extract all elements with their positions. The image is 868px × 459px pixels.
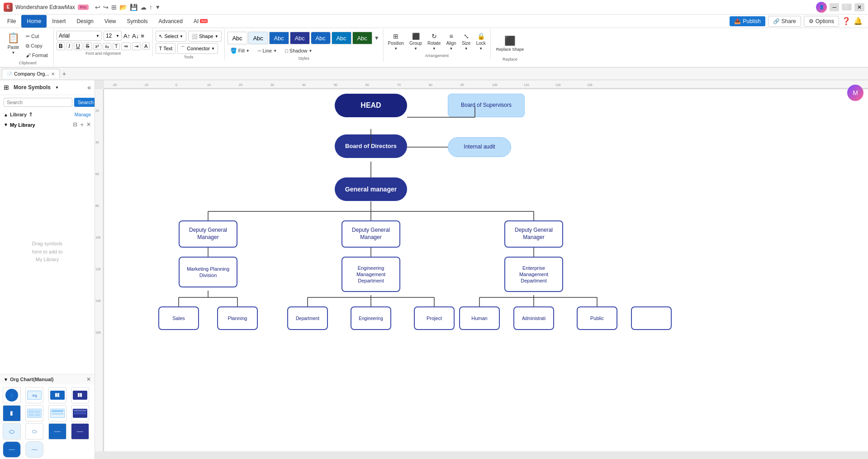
tab-close-icon[interactable]: ✕ [51, 72, 55, 76]
org-chart-header[interactable]: ▼ Org Chart(Manual) ✕ [0, 374, 95, 384]
replace-shape-button[interactable]: ⬛ Replace Shape [493, 31, 527, 56]
node-deputy-gm-2[interactable]: Deputy General Manager [342, 220, 400, 248]
menu-insert[interactable]: Insert [47, 15, 71, 28]
symbol-item-9[interactable]: ⬭ [3, 423, 21, 440]
node-planning[interactable]: Planning [217, 306, 258, 330]
format-painter-button[interactable]: 🖌 Format [23, 51, 51, 60]
line-btn[interactable]: ─ Line ▼ [255, 46, 280, 55]
node-administration[interactable]: Administrati [513, 306, 554, 330]
shape-tool-button[interactable]: ⬜ Shape ▼ [188, 31, 222, 42]
add-tab-btn[interactable]: + [60, 69, 69, 78]
bold-btn[interactable]: B [57, 42, 65, 50]
canvas-area[interactable]: for(let i = -20; i <= 320; i+=10) { let … [95, 80, 868, 459]
menu-ai[interactable]: AI hot [188, 15, 213, 28]
symbol-item-4[interactable]: ▊▊ [71, 387, 89, 403]
symbol-item-12[interactable]: ── [71, 423, 89, 440]
style-abc-5[interactable]: Abc [311, 32, 331, 44]
cut-button[interactable]: ✂ Cut [23, 32, 51, 41]
symbol-item-8[interactable] [71, 405, 89, 421]
help-icon[interactable]: ❓ [842, 17, 851, 25]
superscript-btn[interactable]: x² [93, 43, 101, 50]
style-abc-3[interactable]: Abc [269, 32, 289, 44]
symbol-item-13[interactable]: ── [3, 441, 21, 458]
node-project[interactable]: Project [414, 306, 455, 330]
symbol-item-14[interactable]: ── [25, 441, 43, 458]
menu-view[interactable]: View [99, 15, 122, 28]
menu-design[interactable]: Design [71, 15, 99, 28]
node-partial-left[interactable] [631, 306, 672, 330]
select-tool-button[interactable]: ↖ Select ▼ [156, 31, 186, 42]
node-sales[interactable]: Sales [158, 306, 199, 330]
style-abc-7[interactable]: Abc [352, 32, 372, 44]
node-public[interactable]: Public [577, 306, 617, 330]
node-internal-audit[interactable]: Internal audit [448, 137, 511, 157]
style-abc-1[interactable]: Abc [228, 32, 247, 44]
indent-btn[interactable]: ⇥ [132, 43, 141, 50]
symbol-item-2[interactable]: org [25, 387, 43, 403]
node-general-manager[interactable]: General manager [335, 177, 407, 201]
notification-icon[interactable]: 🔔 [854, 17, 863, 25]
menu-file[interactable]: File [2, 15, 21, 28]
canvas-tab-main[interactable]: 📄 Company Org... ✕ [2, 69, 60, 78]
fill-btn[interactable]: 🪣 Fill ▼ [228, 46, 252, 55]
my-library-add-btn[interactable]: + [80, 121, 84, 128]
paste-button[interactable]: 📋 Paste ▼ [5, 31, 22, 56]
publish-button[interactable]: 📤 Publish [730, 16, 765, 26]
library-header[interactable]: ▲ Library ⇑ Manage [0, 110, 95, 120]
close-btn[interactable]: ✕ [854, 3, 864, 11]
new-tab-icon[interactable]: ⊞ [111, 4, 117, 11]
text-color-btn[interactable]: A [142, 43, 150, 50]
size-btn[interactable]: ⤡ Size ▼ [460, 31, 473, 53]
lock-btn[interactable]: 🔒 Lock ▼ [474, 31, 488, 53]
copy-button[interactable]: ⧉ Copy [23, 41, 51, 50]
canvas-bg[interactable]: HEAD Board of Supervisors Board of Direc… [104, 89, 868, 451]
style-abc-6[interactable]: Abc [332, 32, 351, 44]
my-library-close-btn[interactable]: ✕ [86, 121, 91, 128]
font-family-selector[interactable]: Arial ▼ [57, 31, 102, 41]
subscript-btn[interactable]: x₂ [103, 43, 111, 50]
symbol-item-1[interactable]: 👤 [3, 387, 21, 403]
node-marketing[interactable]: Marketing Planning Division [179, 257, 237, 287]
font-size-selector[interactable]: 12 ▼ [104, 31, 122, 41]
minimize-btn[interactable]: ─ [830, 3, 839, 11]
menu-advanced[interactable]: Advanced [153, 15, 188, 28]
save-icon[interactable]: 💾 [130, 4, 138, 11]
symbol-item-6[interactable] [25, 405, 43, 421]
symbol-item-11[interactable]: ── [48, 423, 66, 440]
decrease-font-btn[interactable]: A↓ [132, 33, 139, 39]
style-abc-4[interactable]: Abc [290, 32, 310, 44]
my-library-collapse-btn[interactable]: ⊟ [73, 121, 77, 128]
more-icon[interactable]: ▼ [155, 4, 161, 10]
restore-btn[interactable]: ⬜ [842, 4, 852, 10]
redo-icon[interactable]: ↪ [103, 4, 109, 11]
styles-expand-btn[interactable]: ▼ [373, 34, 380, 42]
shadow-btn[interactable]: □ Shadow ▼ [282, 46, 315, 55]
share-cloud-icon[interactable]: ↑ [149, 4, 152, 11]
menu-home[interactable]: Home [21, 15, 47, 28]
rotate-btn[interactable]: ↻ Rotate ▼ [426, 31, 442, 53]
symbol-item-7[interactable] [48, 405, 66, 421]
user-avatar[interactable]: 👤 [816, 2, 827, 13]
undo-icon[interactable]: ↩ [95, 4, 100, 11]
node-deputy-gm-1[interactable]: Deputy General Manager [179, 220, 237, 248]
italic-btn[interactable]: I [66, 42, 72, 50]
list-btn[interactable]: ≔ [121, 43, 131, 50]
text-tool-button[interactable]: T Text [156, 43, 175, 54]
connector-tool-button[interactable]: ⌒ Connector ▼ [177, 43, 218, 54]
strikethrough-btn[interactable]: S [84, 42, 92, 50]
search-input[interactable] [4, 98, 72, 107]
align-btn[interactable]: ≡ [141, 33, 144, 39]
menu-symbols[interactable]: Symbols [122, 15, 153, 28]
underline-btn[interactable]: U [74, 42, 82, 50]
node-human[interactable]: Human [459, 306, 500, 330]
style-abc-2[interactable]: Abc [248, 32, 268, 44]
node-board-supervisors[interactable]: Board of Supervisors [448, 94, 525, 117]
node-board-directors[interactable]: Board of Directors [335, 134, 407, 158]
org-chart-close-btn[interactable]: ✕ [86, 376, 91, 382]
share-button[interactable]: 🔗 Share [768, 16, 801, 27]
search-button[interactable]: Search [74, 98, 95, 107]
panel-collapse-btn[interactable]: « [87, 84, 91, 91]
node-enterprise-dept[interactable]: Enterprise Management Department [504, 257, 563, 292]
symbol-item-3[interactable]: ▊▊ [48, 387, 66, 403]
open-icon[interactable]: 📂 [119, 4, 127, 11]
